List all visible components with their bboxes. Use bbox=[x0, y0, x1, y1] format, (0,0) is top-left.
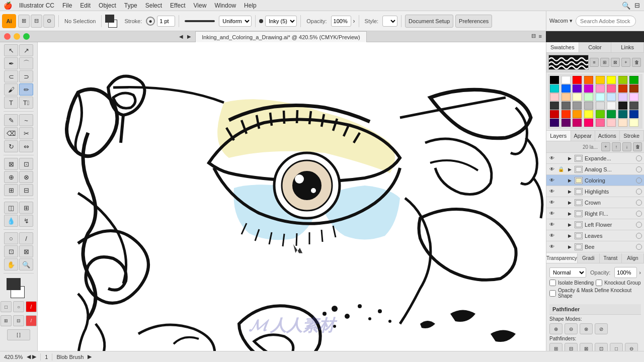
layer-lock-toggle[interactable] bbox=[557, 221, 565, 228]
brush-color[interactable] bbox=[105, 15, 120, 28]
direct-selection-tool[interactable]: ↗ bbox=[19, 44, 33, 56]
swatch-item[interactable] bbox=[550, 84, 559, 93]
layer-lock-toggle[interactable] bbox=[557, 199, 565, 206]
layer-move-down-btn[interactable]: ↓ bbox=[622, 142, 631, 151]
swatch-item[interactable] bbox=[629, 76, 638, 84]
menu-select[interactable]: Select bbox=[141, 0, 166, 11]
swatch-item[interactable] bbox=[584, 102, 593, 110]
mesh-tool[interactable]: ⊞ bbox=[19, 202, 33, 214]
knockout-group-checkbox[interactable] bbox=[596, 280, 602, 286]
layer-row[interactable]: 👁 ▶ Coloring bbox=[546, 175, 644, 186]
selection-tool[interactable]: ↖ bbox=[4, 44, 18, 56]
swatch-item[interactable] bbox=[550, 93, 559, 101]
swatch-item[interactable] bbox=[596, 110, 605, 118]
opacity-arrow[interactable]: › bbox=[353, 18, 355, 25]
doc-tab-main[interactable]: Inking_and_Coloring_a_Drawing.ai* @ 420.… bbox=[195, 31, 366, 42]
tab-color[interactable]: Color bbox=[579, 42, 612, 52]
swatch-item[interactable] bbox=[607, 110, 616, 118]
swatch-add-btn[interactable]: + bbox=[621, 58, 630, 67]
hand-tool[interactable]: ✋ bbox=[4, 258, 18, 270]
tab-layers[interactable]: Layers bbox=[546, 131, 571, 141]
layer-visibility-toggle[interactable]: 👁 bbox=[548, 188, 555, 195]
swatch-item[interactable] bbox=[584, 93, 593, 101]
minus-front-btn[interactable]: ⊖ bbox=[565, 323, 578, 334]
swatch-item[interactable] bbox=[618, 102, 627, 110]
layer-color-circle[interactable] bbox=[636, 189, 642, 195]
layer-visibility-toggle[interactable]: 👁 bbox=[548, 155, 555, 162]
layer-expand-btn[interactable]: ▶ bbox=[567, 166, 573, 173]
touch-type-tool[interactable]: T⃣ bbox=[19, 97, 33, 109]
wacom-btn[interactable]: Wacom ▾ bbox=[549, 18, 573, 24]
color-chips[interactable] bbox=[7, 278, 31, 298]
menu-file[interactable]: File bbox=[58, 0, 76, 11]
layer-color-circle[interactable] bbox=[636, 233, 642, 239]
swatch-item[interactable] bbox=[607, 119, 616, 127]
swatch-item[interactable] bbox=[584, 110, 593, 118]
swatch-item[interactable] bbox=[550, 102, 559, 110]
swatch-delete-btn[interactable]: 🗑 bbox=[632, 58, 641, 67]
tab-appearance[interactable]: Appear bbox=[571, 131, 596, 141]
scissors-tool[interactable]: ✂ bbox=[19, 127, 33, 139]
swatch-item[interactable] bbox=[618, 84, 627, 93]
switch-view-btn[interactable]: ⊞ bbox=[18, 15, 30, 28]
layer-visibility-toggle[interactable]: 👁 bbox=[548, 177, 555, 184]
layer-expand-btn[interactable]: ▶ bbox=[567, 177, 573, 184]
layer-color-circle[interactable] bbox=[636, 155, 642, 161]
layer-row[interactable]: 👁 ▶ Left Flower bbox=[546, 219, 644, 230]
zoom-out-btn[interactable]: ◀ bbox=[27, 353, 31, 360]
tab-swatches[interactable]: Swatches bbox=[546, 42, 579, 52]
layer-color-circle[interactable] bbox=[636, 211, 642, 217]
zoom-in-btn[interactable]: ▶ bbox=[32, 353, 36, 360]
maximize-btn[interactable] bbox=[23, 33, 30, 40]
layer-row[interactable]: 👁 ▶ Leaves bbox=[546, 230, 644, 241]
swatch-item[interactable] bbox=[596, 102, 605, 110]
stroke-indicator[interactable]: ○ bbox=[13, 301, 24, 312]
intersect-btn[interactable]: ⊗ bbox=[580, 323, 593, 334]
layer-row[interactable]: 👁 ▶ Crown bbox=[546, 197, 644, 208]
blob-brush-tool[interactable]: ✏ bbox=[19, 83, 33, 96]
swatch-item[interactable] bbox=[629, 110, 638, 118]
swatch-item[interactable] bbox=[618, 93, 627, 101]
foreground-color-chip[interactable] bbox=[7, 278, 21, 290]
brush-style-select[interactable]: Uniform bbox=[219, 16, 252, 27]
arrange-btn[interactable]: ⊟ bbox=[31, 15, 42, 28]
swatch-item[interactable] bbox=[561, 76, 571, 84]
shape-builder-tool[interactable]: ⊕ bbox=[4, 171, 18, 183]
swatch-item[interactable] bbox=[607, 76, 616, 84]
live-paint-tool[interactable]: ⊗ bbox=[19, 171, 33, 183]
swatch-item[interactable] bbox=[596, 93, 605, 101]
column-graph-tool[interactable]: ⊟ bbox=[19, 184, 33, 196]
layer-row[interactable]: 👁 🔒 ▶ Analog S... bbox=[546, 164, 644, 175]
swatch-item[interactable] bbox=[607, 93, 616, 101]
paintbrush-tool[interactable]: 🖌 bbox=[4, 83, 18, 96]
layer-visibility-toggle[interactable]: 👁 bbox=[548, 243, 555, 250]
fullscreen-btn[interactable]: / bbox=[26, 315, 37, 326]
layer-expand-btn[interactable]: ▶ bbox=[567, 232, 573, 239]
layer-lock-toggle[interactable] bbox=[557, 177, 565, 184]
swatch-item[interactable] bbox=[573, 93, 582, 101]
brush-type-select[interactable]: Inky (5) bbox=[265, 16, 297, 27]
swatch-item[interactable] bbox=[618, 110, 627, 118]
swatch-item[interactable] bbox=[629, 93, 638, 101]
stroke-color-circle[interactable]: ● bbox=[146, 17, 155, 26]
preview-btn[interactable]: ⊟ bbox=[13, 315, 24, 326]
layer-expand-btn[interactable]: ▶ bbox=[567, 199, 573, 206]
layer-visibility-toggle[interactable]: 👁 bbox=[548, 166, 555, 173]
layer-row[interactable]: 👁 ▶ Expande... bbox=[546, 153, 644, 164]
layer-row[interactable]: 👁 ▶ Right Fl... bbox=[546, 208, 644, 219]
layer-lock-toggle[interactable] bbox=[557, 232, 565, 239]
minimize-btn[interactable] bbox=[14, 33, 20, 40]
tab-align[interactable]: Align bbox=[622, 253, 644, 263]
layer-row[interactable]: 👁 ▶ Highlights bbox=[546, 186, 644, 197]
layer-expand-btn[interactable]: ▶ bbox=[567, 155, 573, 162]
layer-move-up-btn[interactable]: ↑ bbox=[612, 142, 621, 151]
swatch-item[interactable] bbox=[561, 119, 571, 127]
swatch-item[interactable] bbox=[573, 110, 582, 118]
layer-lock-toggle[interactable] bbox=[557, 243, 565, 250]
apple-menu[interactable]: 🍎 bbox=[0, 2, 15, 10]
swatch-item[interactable] bbox=[573, 76, 582, 84]
swatch-item[interactable] bbox=[561, 84, 571, 93]
menu-type[interactable]: Type bbox=[120, 0, 141, 11]
unite-btn[interactable]: ⊕ bbox=[549, 323, 562, 334]
document-setup-btn[interactable]: Document Setup bbox=[405, 15, 453, 28]
